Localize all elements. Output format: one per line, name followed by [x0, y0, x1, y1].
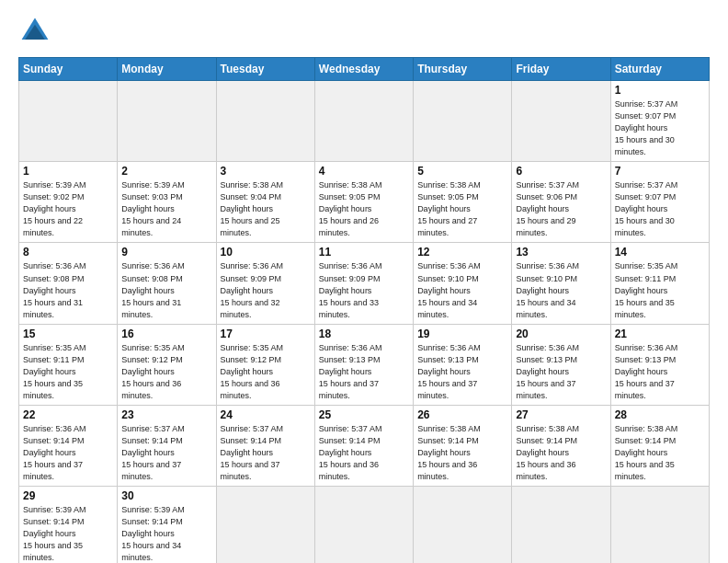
day-number: 15	[23, 327, 113, 340]
day-info: Sunrise: 5:38 AMSunset: 9:14 PMDaylight …	[615, 423, 705, 483]
day-info: Sunrise: 5:39 AMSunset: 9:03 PMDaylight …	[121, 179, 211, 239]
day-info: Sunrise: 5:36 AMSunset: 9:10 PMDaylight …	[516, 260, 606, 320]
calendar-cell	[314, 81, 413, 162]
calendar-cell: 29Sunrise: 5:39 AMSunset: 9:14 PMDayligh…	[19, 487, 118, 563]
weekday-header: Friday	[512, 58, 610, 81]
calendar-cell	[216, 487, 314, 563]
calendar-cell: 23Sunrise: 5:37 AMSunset: 9:14 PMDayligh…	[118, 405, 216, 486]
day-info: Sunrise: 5:35 AMSunset: 9:12 PMDaylight …	[221, 342, 311, 402]
calendar-cell	[414, 487, 512, 563]
day-number: 11	[319, 246, 409, 259]
day-number: 5	[417, 165, 507, 178]
calendar-cell: 8Sunrise: 5:36 AMSunset: 9:08 PMDaylight…	[19, 243, 118, 324]
day-number: 22	[23, 408, 113, 421]
calendar-cell: 1Sunrise: 5:37 AMSunset: 9:07 PMDaylight…	[610, 81, 709, 162]
day-number: 24	[221, 408, 311, 421]
calendar-cell: 4Sunrise: 5:38 AMSunset: 9:05 PMDaylight…	[314, 162, 413, 243]
calendar-cell: 27Sunrise: 5:38 AMSunset: 9:14 PMDayligh…	[512, 405, 610, 486]
day-info: Sunrise: 5:36 AMSunset: 9:10 PMDaylight …	[417, 260, 507, 320]
day-info: Sunrise: 5:38 AMSunset: 9:05 PMDaylight …	[417, 179, 507, 239]
day-info: Sunrise: 5:37 AMSunset: 9:14 PMDaylight …	[319, 423, 409, 483]
day-number: 16	[121, 327, 211, 340]
day-number: 1	[615, 84, 705, 97]
calendar-cell: 24Sunrise: 5:37 AMSunset: 9:14 PMDayligh…	[216, 405, 314, 486]
weekday-header: Tuesday	[216, 58, 314, 81]
day-info: Sunrise: 5:39 AMSunset: 9:14 PMDaylight …	[121, 504, 211, 563]
calendar-cell: 3Sunrise: 5:38 AMSunset: 9:04 PMDaylight…	[216, 162, 314, 243]
day-info: Sunrise: 5:38 AMSunset: 9:14 PMDaylight …	[417, 423, 507, 483]
weekday-header: Sunday	[19, 58, 118, 81]
calendar-table: SundayMondayTuesdayWednesdayThursdayFrid…	[18, 57, 710, 563]
calendar-cell: 16Sunrise: 5:35 AMSunset: 9:12 PMDayligh…	[118, 324, 216, 405]
day-info: Sunrise: 5:35 AMSunset: 9:11 PMDaylight …	[615, 260, 705, 320]
calendar-cell: 26Sunrise: 5:38 AMSunset: 9:14 PMDayligh…	[414, 405, 512, 486]
header	[18, 15, 710, 48]
day-number: 25	[319, 408, 409, 421]
day-number: 19	[417, 327, 507, 340]
day-info: Sunrise: 5:38 AMSunset: 9:04 PMDaylight …	[221, 179, 311, 239]
calendar-cell	[216, 81, 314, 162]
day-info: Sunrise: 5:35 AMSunset: 9:12 PMDaylight …	[121, 342, 211, 402]
calendar-cell	[314, 487, 413, 563]
weekday-header: Thursday	[414, 58, 512, 81]
calendar-cell	[118, 81, 216, 162]
calendar-cell	[512, 487, 610, 563]
day-number: 20	[516, 327, 606, 340]
day-info: Sunrise: 5:38 AMSunset: 9:14 PMDaylight …	[516, 423, 606, 483]
calendar-cell: 30Sunrise: 5:39 AMSunset: 9:14 PMDayligh…	[118, 487, 216, 563]
weekday-header: Wednesday	[314, 58, 413, 81]
day-number: 28	[615, 408, 705, 421]
calendar-cell: 28Sunrise: 5:38 AMSunset: 9:14 PMDayligh…	[610, 405, 709, 486]
day-number: 29	[23, 489, 113, 502]
day-number: 23	[121, 408, 211, 421]
calendar-week-row: 15Sunrise: 5:35 AMSunset: 9:11 PMDayligh…	[19, 324, 710, 405]
day-number: 7	[615, 165, 705, 178]
weekday-header: Monday	[118, 58, 216, 81]
day-number: 4	[319, 165, 409, 178]
day-number: 12	[417, 246, 507, 259]
calendar-cell	[19, 81, 118, 162]
day-info: Sunrise: 5:37 AMSunset: 9:14 PMDaylight …	[221, 423, 311, 483]
calendar-cell: 2Sunrise: 5:39 AMSunset: 9:03 PMDaylight…	[118, 162, 216, 243]
day-info: Sunrise: 5:36 AMSunset: 9:13 PMDaylight …	[615, 342, 705, 402]
calendar-week-row: 22Sunrise: 5:36 AMSunset: 9:14 PMDayligh…	[19, 405, 710, 486]
calendar-cell: 15Sunrise: 5:35 AMSunset: 9:11 PMDayligh…	[19, 324, 118, 405]
day-info: Sunrise: 5:39 AMSunset: 9:02 PMDaylight …	[23, 179, 113, 239]
day-info: Sunrise: 5:35 AMSunset: 9:11 PMDaylight …	[23, 342, 113, 402]
day-info: Sunrise: 5:36 AMSunset: 9:14 PMDaylight …	[23, 423, 113, 483]
day-info: Sunrise: 5:38 AMSunset: 9:05 PMDaylight …	[319, 179, 409, 239]
calendar-cell: 6Sunrise: 5:37 AMSunset: 9:06 PMDaylight…	[512, 162, 610, 243]
calendar-cell: 21Sunrise: 5:36 AMSunset: 9:13 PMDayligh…	[610, 324, 709, 405]
calendar-cell: 5Sunrise: 5:38 AMSunset: 9:05 PMDaylight…	[414, 162, 512, 243]
day-number: 9	[121, 246, 211, 259]
calendar-week-row: 29Sunrise: 5:39 AMSunset: 9:14 PMDayligh…	[19, 487, 710, 563]
day-number: 2	[121, 165, 211, 178]
day-info: Sunrise: 5:36 AMSunset: 9:13 PMDaylight …	[516, 342, 606, 402]
calendar-week-row: 1Sunrise: 5:39 AMSunset: 9:02 PMDaylight…	[19, 162, 710, 243]
calendar-cell: 9Sunrise: 5:36 AMSunset: 9:08 PMDaylight…	[118, 243, 216, 324]
day-number: 13	[516, 246, 606, 259]
calendar-week-row: 8Sunrise: 5:36 AMSunset: 9:08 PMDaylight…	[19, 243, 710, 324]
day-info: Sunrise: 5:36 AMSunset: 9:09 PMDaylight …	[319, 260, 409, 320]
day-info: Sunrise: 5:37 AMSunset: 9:07 PMDaylight …	[615, 98, 705, 158]
day-info: Sunrise: 5:36 AMSunset: 9:08 PMDaylight …	[121, 260, 211, 320]
calendar-cell: 22Sunrise: 5:36 AMSunset: 9:14 PMDayligh…	[19, 405, 118, 486]
calendar-cell: 18Sunrise: 5:36 AMSunset: 9:13 PMDayligh…	[314, 324, 413, 405]
day-number: 8	[23, 246, 113, 259]
day-number: 3	[221, 165, 311, 178]
day-number: 27	[516, 408, 606, 421]
day-number: 10	[221, 246, 311, 259]
calendar-cell	[512, 81, 610, 162]
calendar-cell	[610, 487, 709, 563]
logo	[18, 15, 55, 48]
calendar-cell: 17Sunrise: 5:35 AMSunset: 9:12 PMDayligh…	[216, 324, 314, 405]
calendar-cell: 14Sunrise: 5:35 AMSunset: 9:11 PMDayligh…	[610, 243, 709, 324]
day-info: Sunrise: 5:37 AMSunset: 9:14 PMDaylight …	[121, 423, 211, 483]
calendar-cell: 7Sunrise: 5:37 AMSunset: 9:07 PMDaylight…	[610, 162, 709, 243]
day-info: Sunrise: 5:37 AMSunset: 9:06 PMDaylight …	[516, 179, 606, 239]
day-number: 17	[221, 327, 311, 340]
calendar-cell	[414, 81, 512, 162]
calendar-cell: 11Sunrise: 5:36 AMSunset: 9:09 PMDayligh…	[314, 243, 413, 324]
calendar-cell: 13Sunrise: 5:36 AMSunset: 9:10 PMDayligh…	[512, 243, 610, 324]
day-number: 1	[23, 165, 113, 178]
